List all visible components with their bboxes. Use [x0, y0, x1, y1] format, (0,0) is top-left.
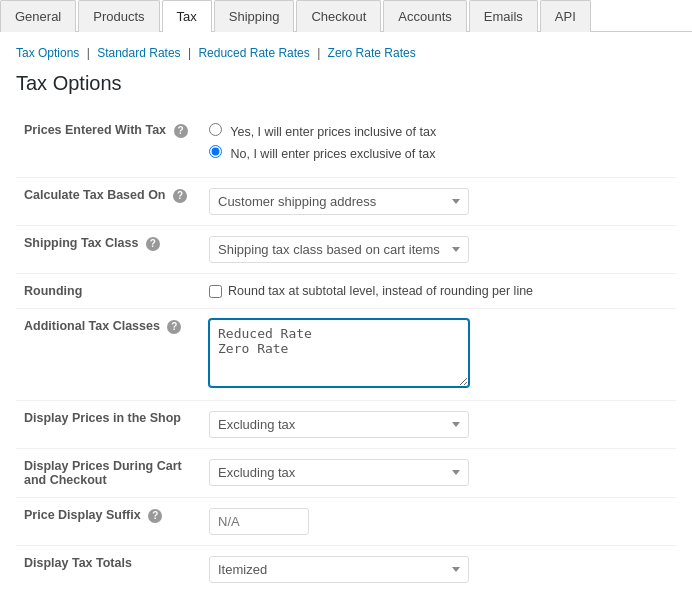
label-calculate-tax: Calculate Tax Based On	[24, 188, 166, 202]
help-icon-prices-entered[interactable]: ?	[174, 124, 188, 138]
options-table: Prices Entered With Tax ? Yes, I will en…	[16, 113, 676, 591]
row-display-prices-cart: Display Prices During Cart and Checkout …	[16, 449, 676, 498]
content-area: Tax Options | Standard Rates | Reduced R…	[0, 32, 692, 591]
row-display-prices-shop: Display Prices in the Shop Excluding tax…	[16, 401, 676, 449]
help-icon-calculate-tax[interactable]: ?	[173, 189, 187, 203]
select-display-prices-shop[interactable]: Excluding tax Including tax	[209, 411, 469, 438]
help-icon-price-suffix[interactable]: ?	[148, 509, 162, 523]
radio-label-yes[interactable]: Yes, I will enter prices inclusive of ta…	[209, 123, 668, 139]
label-display-tax-totals: Display Tax Totals	[24, 556, 132, 570]
row-shipping-tax-class: Shipping Tax Class ? Shipping tax class …	[16, 226, 676, 274]
label-additional-tax-classes: Additional Tax Classes	[24, 319, 160, 333]
radio-yes-inclusive[interactable]	[209, 123, 222, 136]
tab-checkout[interactable]: Checkout	[296, 0, 381, 32]
tab-general[interactable]: General	[0, 0, 76, 32]
tab-tax[interactable]: Tax	[162, 0, 212, 32]
radio-no-exclusive[interactable]	[209, 145, 222, 158]
tabs-bar: GeneralProductsTaxShippingCheckoutAccoun…	[0, 0, 692, 32]
select-shipping-tax-class[interactable]: Shipping tax class based on cart items S…	[209, 236, 469, 263]
rounding-checkbox-text: Round tax at subtotal level, instead of …	[228, 284, 533, 298]
rounding-checkbox-label[interactable]: Round tax at subtotal level, instead of …	[209, 284, 668, 298]
breadcrumb-link-reduced-rate[interactable]: Reduced Rate Rates	[198, 46, 309, 60]
tab-products[interactable]: Products	[78, 0, 159, 32]
label-display-prices-shop: Display Prices in the Shop	[24, 411, 181, 425]
row-prices-entered-with-tax: Prices Entered With Tax ? Yes, I will en…	[16, 113, 676, 178]
help-icon-shipping-tax[interactable]: ?	[146, 237, 160, 251]
breadcrumb-link-tax-options[interactable]: Tax Options	[16, 46, 79, 60]
row-additional-tax-classes: Additional Tax Classes ? Reduced Rate Ze…	[16, 309, 676, 401]
label-price-display-suffix: Price Display Suffix	[24, 508, 141, 522]
rounding-checkbox[interactable]	[209, 285, 222, 298]
row-calculate-tax-based-on: Calculate Tax Based On ? Customer shippi…	[16, 178, 676, 226]
textarea-additional-tax-classes[interactable]: Reduced Rate Zero Rate	[209, 319, 469, 387]
label-display-prices-cart: Display Prices During Cart and Checkout	[24, 459, 182, 487]
breadcrumb-bar: Tax Options | Standard Rates | Reduced R…	[16, 46, 676, 60]
row-rounding: Rounding Round tax at subtotal level, in…	[16, 274, 676, 309]
row-display-tax-totals: Display Tax Totals Itemized As a single …	[16, 546, 676, 592]
select-display-prices-cart[interactable]: Excluding tax Including tax	[209, 459, 469, 486]
tab-emails[interactable]: Emails	[469, 0, 538, 32]
label-rounding: Rounding	[24, 284, 82, 298]
input-price-display-suffix[interactable]	[209, 508, 309, 535]
row-price-display-suffix: Price Display Suffix ?	[16, 498, 676, 546]
breadcrumb-link-zero-rate[interactable]: Zero Rate Rates	[328, 46, 416, 60]
tab-accounts[interactable]: Accounts	[383, 0, 466, 32]
breadcrumb-link-standard-rates[interactable]: Standard Rates	[97, 46, 180, 60]
tab-shipping[interactable]: Shipping	[214, 0, 295, 32]
page-title: Tax Options	[16, 72, 676, 95]
radio-no-label: No, I will enter prices exclusive of tax	[230, 147, 435, 161]
help-icon-additional-tax[interactable]: ?	[167, 320, 181, 334]
radio-group-prices-entered: Yes, I will enter prices inclusive of ta…	[209, 123, 668, 161]
radio-label-no[interactable]: No, I will enter prices exclusive of tax	[209, 145, 668, 161]
label-shipping-tax-class: Shipping Tax Class	[24, 236, 138, 250]
tab-api[interactable]: API	[540, 0, 591, 32]
select-display-tax-totals[interactable]: Itemized As a single total	[209, 556, 469, 583]
radio-yes-label: Yes, I will enter prices inclusive of ta…	[230, 125, 436, 139]
select-calculate-tax[interactable]: Customer shipping address Customer billi…	[209, 188, 469, 215]
label-prices-entered-with-tax: Prices Entered With Tax	[24, 123, 166, 137]
